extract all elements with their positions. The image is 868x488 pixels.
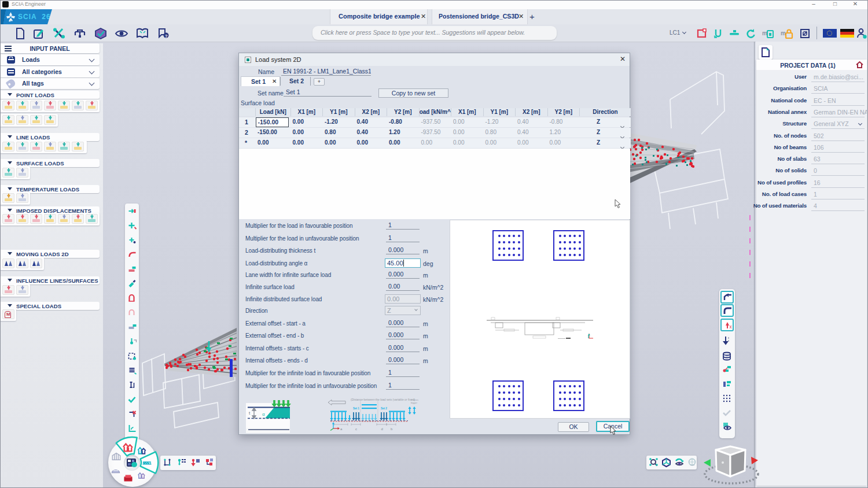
svg-text:Set 2: Set 2 [381, 407, 387, 410]
svg-text:m: m [781, 30, 786, 36]
svg-text:bigger: bigger [411, 401, 418, 404]
svg-text:α: α [262, 412, 265, 417]
svg-text:c: c [355, 427, 357, 431]
svg-text:Set 1: Set 1 [353, 407, 359, 410]
svg-text:b: b [391, 427, 393, 431]
svg-text:a: a [340, 427, 343, 431]
svg-text:m: m [762, 30, 767, 36]
svg-text:d: d [381, 427, 383, 431]
